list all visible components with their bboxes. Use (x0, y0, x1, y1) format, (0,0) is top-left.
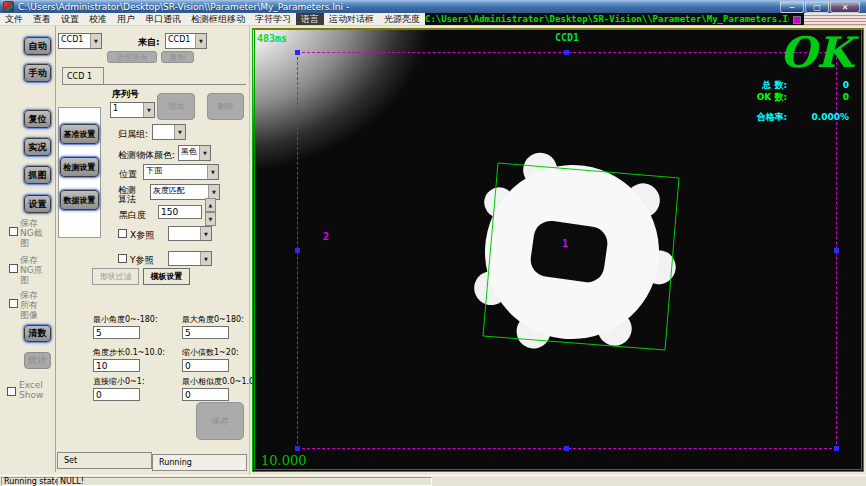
scale-label: 10.000 (261, 453, 307, 468)
delete-button[interactable]: 删除 (207, 93, 244, 120)
position-label: 位置 (119, 168, 137, 181)
min-similarity-input[interactable] (182, 388, 229, 401)
menu-item-light-brightness[interactable]: 光源亮度 (379, 13, 425, 25)
save-all-label: 图像 (20, 309, 38, 322)
manual-button[interactable]: 手动 (24, 64, 51, 82)
clear-all-button[interactable]: 清空所有 (107, 51, 157, 63)
y-ref-checkbox[interactable] (118, 254, 127, 263)
max-angle-input[interactable] (182, 326, 229, 339)
camera-view: 2 1 483ms CCD1 OK 总 数:0 OK 数:0 (252, 28, 864, 472)
live-button[interactable]: 实况 (24, 138, 51, 156)
capture-button[interactable]: 抓图 (24, 166, 51, 184)
maximize-button[interactable]: ▢ (805, 1, 829, 13)
panel-divider (249, 26, 250, 475)
chevron-down-icon[interactable]: ▼ (143, 103, 154, 117)
y-ref-label: Y参照 (130, 254, 154, 267)
status-label: Running state (1, 477, 56, 486)
direct-shrink-input[interactable] (93, 388, 140, 401)
shrink-factor-input[interactable] (182, 359, 229, 372)
chevron-down-icon[interactable]: ▼ (195, 34, 206, 48)
chevron-down-icon[interactable]: ▼ (200, 227, 211, 240)
object-color-select[interactable]: 黑色▼ (178, 145, 211, 161)
chevron-down-icon[interactable]: ▼ (200, 252, 211, 265)
bw-threshold-input[interactable] (158, 205, 202, 219)
title-bar: C:\Users\Administrator\Desktop\SR-Vision… (0, 0, 866, 13)
shape-filter-button[interactable]: 形状过滤 (92, 268, 139, 285)
menu-item-char-learning[interactable]: 字符学习 (250, 13, 296, 25)
menu-item-frame-group-move[interactable]: 检测框组移动 (186, 13, 250, 25)
from-label: 来自: (138, 36, 160, 49)
chevron-down-icon[interactable]: ▼ (208, 185, 219, 199)
save-ng-shot-checkbox[interactable] (9, 227, 18, 236)
excel-show-label: Excel (19, 380, 43, 390)
close-button[interactable]: ✕ (830, 1, 860, 13)
reset-button[interactable]: 复位 (24, 110, 51, 128)
angle-step-label: 角度步长0.1~10.0: (93, 347, 165, 358)
chevron-down-icon[interactable]: ▼ (174, 125, 185, 139)
camera-select[interactable]: CCD1▼ (58, 33, 102, 49)
position-select[interactable]: 下面▼ (143, 164, 219, 180)
detect-settings-button[interactable]: 检测设置 (60, 157, 99, 177)
min-angle-input[interactable] (93, 326, 140, 339)
belong-group-select[interactable]: ▼ (152, 124, 186, 140)
app-icon (3, 1, 14, 12)
cycle-time-label: 483ms (257, 33, 287, 44)
menu-item-file[interactable]: 文件 (0, 13, 28, 25)
pass-rate-row: 合格率:0.000% (649, 111, 849, 124)
object-color-label: 检测物体颜色: (118, 149, 175, 162)
save-ng-shot-label: 图 (20, 237, 29, 250)
sidebar-divider (55, 26, 56, 472)
sequence-select[interactable]: 1▼ (110, 102, 155, 118)
window-title: C:\Users\Administrator\Desktop\SR-Vision… (18, 1, 349, 13)
auto-button[interactable]: 自动 (24, 37, 51, 55)
notification-icon[interactable] (789, 13, 804, 25)
menu-item-user[interactable]: 用户 (112, 13, 140, 25)
save-ng-raw-label: 图 (20, 274, 29, 287)
status-bar: Running state NULL! (0, 475, 866, 486)
tab-set[interactable]: Set (57, 452, 152, 469)
template-settings-button[interactable]: 模板设置 (143, 268, 190, 285)
chevron-down-icon[interactable]: ▼ (207, 165, 218, 179)
ok-status-label: OK (780, 30, 853, 76)
chevron-down-icon[interactable]: ▼ (199, 146, 210, 160)
tab-underline (62, 84, 246, 85)
y-ref-select[interactable]: ▼ (168, 251, 212, 266)
bw-threshold-stepper[interactable]: ▲▼ (205, 198, 216, 226)
menu-item-serial-comm[interactable]: 串口通讯 (140, 13, 186, 25)
min-similarity-label: 最小相似度0.0~1.0: (182, 376, 257, 387)
match-1-label: 1 (562, 238, 568, 249)
tab-running[interactable]: Running (152, 454, 247, 471)
copy-button[interactable]: 复制 (161, 51, 194, 63)
excel-show-checkbox[interactable] (7, 387, 16, 396)
save-button[interactable]: 保存 (196, 402, 244, 440)
from-select[interactable]: CCD1▼ (165, 33, 207, 49)
menu-item-settings[interactable]: 设置 (56, 13, 84, 25)
angle-step-input[interactable] (93, 359, 140, 372)
save-ng-raw-checkbox[interactable] (9, 264, 18, 273)
x-ref-checkbox[interactable] (118, 229, 127, 238)
ok-count-row: OK 数:0 (649, 91, 849, 104)
status-value: NULL! (57, 477, 432, 486)
magenta-dot-icon (793, 16, 801, 24)
menu-item-calibration[interactable]: 校准 (84, 13, 112, 25)
ccd-tab[interactable]: CCD 1 (62, 67, 104, 84)
clear-count-button[interactable]: 清数 (24, 325, 51, 342)
menu-item-language[interactable]: 语言 (296, 13, 324, 25)
minimize-button[interactable]: ─ (780, 1, 804, 13)
data-settings-button[interactable]: 数据设置 (60, 190, 99, 210)
bw-threshold-label: 黑白度 (119, 209, 146, 222)
add-button[interactable]: 增加 (157, 93, 195, 120)
belong-group-label: 归属组: (118, 128, 148, 141)
excel-show-label: Show (19, 390, 43, 400)
statistics-button[interactable]: 统计 (24, 352, 51, 369)
save-all-checkbox[interactable] (9, 299, 18, 308)
chevron-down-icon[interactable]: ▼ (90, 34, 101, 48)
x-ref-select[interactable]: ▼ (168, 226, 212, 241)
base-settings-button[interactable]: 基准设置 (60, 124, 99, 144)
shrink-factor-label: 缩小倍数1~20: (182, 347, 239, 358)
settings-button[interactable]: 设置 (24, 195, 51, 213)
menu-item-motion-dialog[interactable]: 运动对话框 (324, 13, 379, 25)
ccd-overlay-label: CCD1 (555, 32, 579, 43)
menu-item-view[interactable]: 查看 (28, 13, 56, 25)
max-angle-label: 最大角度0~180: (182, 314, 244, 325)
